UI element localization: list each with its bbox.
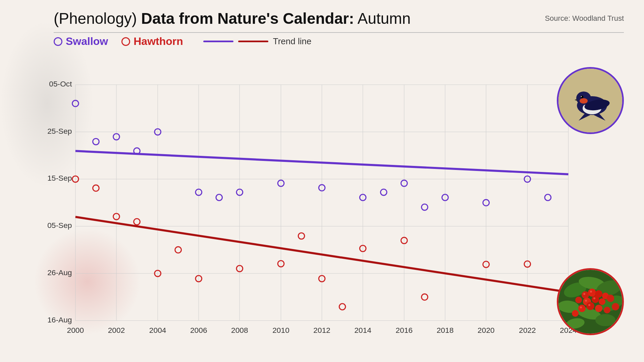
- svg-point-45: [592, 296, 599, 303]
- hawthorn-point-2005: [175, 247, 181, 253]
- swallow-photo: [557, 67, 624, 134]
- swallow-point-2023: [545, 194, 551, 201]
- swallow-point-2007: [216, 194, 222, 201]
- svg-point-46: [599, 298, 605, 305]
- hawthorn-label: Hawthorn: [133, 35, 183, 48]
- legend-hawthorn: Hawthorn: [121, 35, 183, 48]
- svg-point-53: [612, 303, 619, 310]
- swallow-point-2015: [381, 189, 387, 195]
- svg-point-47: [607, 295, 614, 302]
- svg-point-51: [604, 307, 610, 313]
- x-label-2012: 2012: [313, 326, 330, 335]
- chart-legend: Swallow Hawthorn Trend line: [54, 35, 311, 48]
- source-credit: Source: Woodland Trust: [545, 14, 624, 23]
- phenology-chart: 05-Oct 25-Sep 15-Sep 05-Sep 26-Aug 16-Au…: [27, 64, 624, 349]
- x-label-2002: 2002: [108, 326, 125, 335]
- x-label-2008: 2008: [231, 326, 248, 335]
- hawthorn-point-2003: [134, 219, 140, 225]
- y-label-sep25: 25-Sep: [47, 127, 72, 135]
- svg-point-48: [578, 305, 586, 312]
- svg-point-39: [582, 291, 589, 299]
- x-label-2016: 2016: [396, 326, 413, 335]
- x-label-2006: 2006: [190, 326, 207, 335]
- swallow-point-2001: [93, 138, 99, 145]
- svg-point-23: [580, 98, 588, 104]
- x-label-2000: 2000: [67, 326, 84, 335]
- x-label-2022: 2022: [519, 326, 536, 335]
- x-label-2010: 2010: [272, 326, 289, 335]
- svg-point-55: [590, 291, 592, 293]
- svg-point-40: [588, 289, 596, 297]
- legend-swallow: Swallow: [54, 35, 108, 48]
- trend-line-hawthorn-icon: [238, 41, 268, 42]
- hawthorn-photo: [557, 268, 624, 335]
- svg-point-37: [595, 314, 615, 326]
- x-label-2020: 2020: [478, 326, 495, 335]
- svg-point-49: [586, 302, 594, 310]
- swallow-circle-icon: [54, 37, 62, 46]
- legend-trend: Trend line: [203, 36, 312, 47]
- y-label-oct05: 05-Oct: [49, 79, 72, 88]
- svg-point-58: [580, 306, 582, 308]
- svg-point-43: [575, 297, 582, 303]
- y-label-sep15: 15-Sep: [47, 174, 72, 182]
- x-label-2018: 2018: [437, 326, 454, 335]
- svg-point-25: [581, 96, 582, 97]
- hawthorn-point-2017: [422, 294, 428, 300]
- svg-point-59: [588, 304, 590, 306]
- page-title: (Phenology) Data from Nature's Calendar:…: [54, 9, 411, 27]
- svg-point-54: [583, 293, 585, 295]
- x-label-2014: 2014: [354, 326, 371, 335]
- svg-point-52: [572, 310, 579, 317]
- swallow-label: Swallow: [66, 35, 108, 48]
- hawthorn-circle-icon: [121, 37, 130, 46]
- x-label-2004: 2004: [149, 326, 166, 335]
- y-label-sep05: 05-Sep: [47, 221, 72, 230]
- chart-area: 05-Oct 25-Sep 15-Sep 05-Sep 26-Aug 16-Au…: [27, 64, 624, 349]
- y-label-aug26: 26-Aug: [47, 268, 72, 277]
- trend-line-label: Trend line: [273, 36, 312, 47]
- svg-point-56: [585, 300, 587, 302]
- svg-point-57: [593, 297, 595, 299]
- svg-point-50: [595, 305, 602, 312]
- swallow-point-2017: [422, 204, 428, 210]
- hawthorn-point-2013: [339, 304, 345, 310]
- header-divider: [54, 32, 624, 33]
- hawthorn-point-2011: [298, 233, 305, 239]
- hawthorn-point-2001: [93, 185, 99, 191]
- trend-line-swallow-icon: [203, 41, 233, 42]
- y-label-aug16: 16-Aug: [47, 315, 72, 324]
